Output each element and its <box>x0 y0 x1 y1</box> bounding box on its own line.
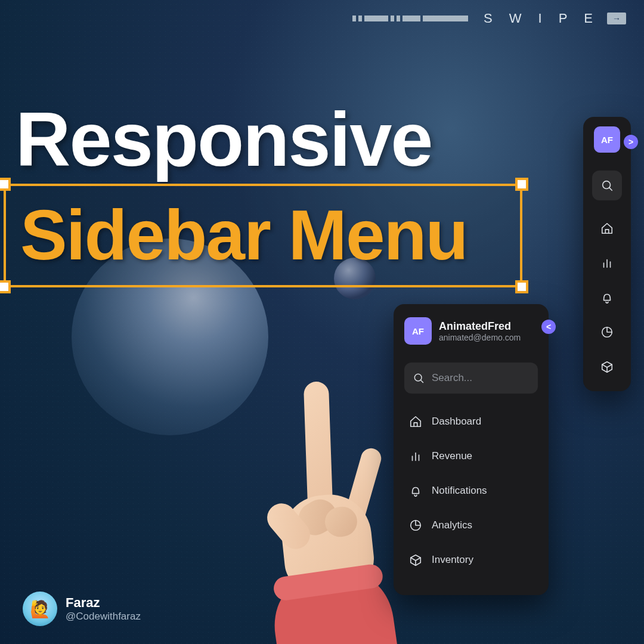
sidebar-item-revenue[interactable]: Revenue <box>404 439 538 473</box>
sidebar-item-revenue[interactable] <box>600 256 614 270</box>
author-handle: @Codewithfaraz <box>66 611 141 623</box>
sidebar-item-notifications[interactable]: Notifications <box>404 473 538 508</box>
sidebar-expand-toggle[interactable]: > <box>624 135 638 149</box>
sidebar-item-dashboard[interactable] <box>600 222 614 235</box>
search-input[interactable] <box>432 372 530 384</box>
author-block: 🙋 Faraz @Codewithfaraz <box>23 592 141 626</box>
author-avatar: 🙋 <box>23 592 57 626</box>
sidebar-item-dashboard[interactable]: Dashboard <box>404 404 538 439</box>
swipe-label: SWIPE <box>484 11 609 26</box>
search-field[interactable] <box>404 363 538 394</box>
box-icon <box>600 360 614 373</box>
box-icon <box>409 553 422 566</box>
bars-icon <box>600 256 614 270</box>
search-icon <box>413 372 425 384</box>
user-avatar[interactable]: AF <box>594 126 620 153</box>
sidebar-item-inventory[interactable] <box>600 360 614 373</box>
sidebar-collapsed: > AF <box>583 117 631 391</box>
sidebar-item-analytics[interactable]: Analytics <box>404 508 538 543</box>
headline-line1: Responsive <box>16 95 432 183</box>
author-name: Faraz <box>66 595 141 611</box>
user-name: AnimatedFred <box>439 320 521 333</box>
bars-icon <box>409 450 422 463</box>
sidebar-item-label: Revenue <box>432 450 472 462</box>
user-avatar[interactable]: AF <box>404 317 432 345</box>
search-icon <box>600 179 614 192</box>
swipe-arrow-icon <box>607 13 626 24</box>
home-icon <box>409 415 422 428</box>
sidebar-collapse-toggle[interactable]: < <box>541 320 556 334</box>
bell-icon <box>600 291 614 304</box>
home-icon <box>600 222 614 235</box>
selection-handle <box>0 178 11 191</box>
swipe-progress-segments <box>352 16 468 21</box>
sidebar-item-label: Inventory <box>432 554 473 566</box>
selection-handle <box>515 178 528 191</box>
sidebar-item-analytics[interactable] <box>600 326 614 339</box>
selection-handle <box>0 280 11 293</box>
sidebar-item-label: Notifications <box>432 485 487 497</box>
sidebar-item-inventory[interactable]: Inventory <box>404 543 538 577</box>
headline-selection-box: Sidebar Menu <box>4 184 522 287</box>
sidebar-item-label: Analytics <box>432 519 472 531</box>
swipe-indicator: SWIPE <box>352 11 626 26</box>
sidebar-expanded: < AF AnimatedFred animated@demo.com Dash… <box>394 304 549 595</box>
sidebar-header: AF AnimatedFred animated@demo.com <box>404 317 538 345</box>
hand-illustration <box>239 382 405 644</box>
sidebar-item-label: Dashboard <box>432 416 481 428</box>
selection-handle <box>515 280 528 293</box>
headline-line2: Sidebar Menu <box>6 186 520 284</box>
pie-icon <box>409 519 422 532</box>
user-email: animated@demo.com <box>439 333 521 342</box>
search-button[interactable] <box>592 171 622 200</box>
sidebar-item-notifications[interactable] <box>600 291 614 304</box>
pie-icon <box>600 326 614 339</box>
sidebar-menu: Dashboard Revenue Notifications Analytic… <box>404 404 538 577</box>
bell-icon <box>409 484 422 497</box>
